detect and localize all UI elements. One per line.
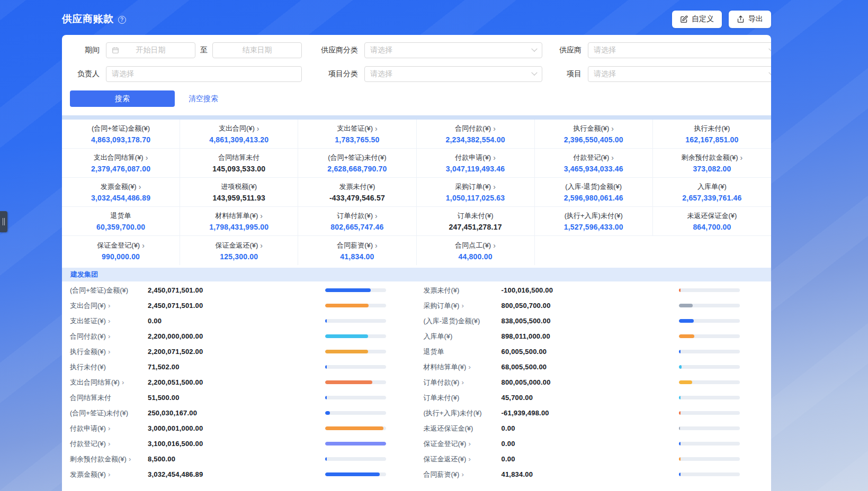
company-metric-row: 退货单60,005,500.00	[417, 344, 772, 359]
company-metric-row: 发票未付(¥)-100,016,500.00	[417, 283, 772, 298]
stat-cell[interactable]: 付款申请(¥)›3,047,119,493.46	[417, 149, 535, 178]
stat-value: 1,783,765.50	[335, 135, 379, 144]
start-date-input[interactable]: 开始日期	[106, 42, 195, 58]
stat-cell[interactable]: 保证金登记(¥)›990,000.00	[62, 236, 180, 265]
company-metric-label: 发票未付(¥)	[424, 286, 502, 295]
export-button[interactable]: 导出	[729, 11, 771, 28]
company-metric-label[interactable]: 采购订单(¥)›	[424, 301, 502, 311]
stat-cell[interactable]: 合同薪资(¥)›41,834.00	[298, 236, 416, 265]
company-metric-row: (合同+签证)金额(¥)2,450,071,501.00	[62, 283, 417, 298]
stat-label: 未返还保证金(¥)	[687, 211, 737, 221]
stat-value: 2,234,382,554.00	[445, 135, 505, 144]
stat-label: 订单未付(¥)	[458, 211, 494, 221]
stat-cell[interactable]: 执行未付(¥)162,167,851.00	[653, 120, 771, 149]
stat-value: 3,047,119,493.46	[446, 165, 505, 173]
company-metric-row: 合同付款(¥)›2,200,000,000.00	[62, 329, 417, 344]
company-metric-label: 入库单(¥)	[424, 332, 502, 341]
company-metric-label[interactable]: 材料结算单(¥)›	[424, 362, 502, 372]
stat-cell[interactable]: (合同+签证)金额(¥)4,863,093,178.70	[62, 120, 180, 149]
stat-cell[interactable]: 剩余预付款金额(¥)›373,082.00	[653, 149, 771, 178]
company-metric-label[interactable]: 保证金登记(¥)›	[424, 439, 502, 449]
supplier-select[interactable]: 请选择	[588, 42, 771, 58]
metric-progress-bar	[679, 380, 740, 384]
stat-cell[interactable]: 订单付款(¥)›802,665,747.46	[298, 207, 416, 236]
stat-cell[interactable]: 未返还保证金(¥)864,700.00	[653, 207, 771, 236]
stat-cell[interactable]: 支出合同结算(¥)›2,379,476,087.00	[62, 149, 180, 178]
stat-cell[interactable]: 付款登记(¥)›3,465,934,033.46	[535, 149, 653, 178]
stat-cell[interactable]: (合同+签证)未付(¥)2,628,668,790.70	[298, 149, 416, 178]
stat-cell[interactable]: (执行+入库)未付(¥)1,527,596,433.00	[535, 207, 653, 236]
help-icon[interactable]: ?	[118, 16, 126, 24]
project-label: 项目	[556, 69, 581, 79]
company-metric-row: 剩余预付款金额(¥)›8,500.00	[62, 451, 417, 467]
stat-cell[interactable]: 材料结算单(¥)›1,798,431,995.00	[180, 207, 298, 236]
metric-progress-bar	[679, 442, 740, 445]
filter-section: 期间 开始日期 至 结束日期	[62, 35, 771, 115]
stat-cell[interactable]: (入库-退货)金额(¥)2,596,980,061.46	[535, 178, 653, 207]
stat-cell[interactable]: 执行金额(¥)›2,396,550,405.00	[535, 120, 653, 149]
metric-progress-bar	[325, 365, 386, 369]
company-metric-label[interactable]: 发票金额(¥)›	[70, 470, 148, 479]
page-title: 供应商账款	[62, 12, 114, 26]
stat-cell[interactable]: 保证金返还(¥)›125,300.00	[180, 236, 298, 265]
chevron-down-icon	[768, 46, 771, 52]
company-metric-label[interactable]: 执行金额(¥)›	[70, 347, 148, 357]
stat-label: 合同点工(¥)›	[455, 241, 496, 250]
company-metric-label[interactable]: 合同付款(¥)›	[70, 332, 148, 341]
company-metric-label[interactable]: 支出签证(¥)›	[70, 316, 148, 326]
company-metric-value: 0.00	[148, 317, 325, 325]
company-metric-label[interactable]: 支出合同(¥)›	[70, 301, 148, 311]
stat-cell[interactable]: 入库单(¥)2,657,339,761.46	[653, 178, 771, 207]
end-date-input[interactable]: 结束日期	[212, 42, 302, 58]
stat-label: 执行金额(¥)›	[573, 124, 614, 133]
chevron-right-icon: ›	[375, 125, 378, 132]
company-metric-row: 采购订单(¥)›800,050,700.00	[417, 298, 772, 313]
project-select[interactable]: 请选择	[588, 66, 771, 82]
chevron-right-icon: ›	[493, 183, 496, 190]
project-category-select[interactable]: 请选择	[364, 66, 542, 82]
stat-cell[interactable]: 合同点工(¥)›44,800.00	[417, 236, 535, 265]
main-panel: 期间 开始日期 至 结束日期	[62, 35, 771, 491]
chevron-right-icon: ›	[611, 125, 614, 132]
company-metric-label[interactable]: 剩余预付款金额(¥)›	[70, 454, 148, 464]
company-metric-label[interactable]: 合同薪资(¥)›	[424, 470, 502, 479]
stat-cell[interactable]: 支出合同(¥)›4,861,309,413.20	[180, 120, 298, 149]
stat-cell[interactable]: 合同付款(¥)›2,234,382,554.00	[417, 120, 535, 149]
company-metric-label: 订单未付(¥)	[424, 393, 502, 403]
supplier-category-select[interactable]: 请选择	[364, 42, 542, 58]
company-metric-label[interactable]: 保证金返还(¥)›	[424, 454, 502, 464]
stat-label: 采购订单(¥)›	[455, 182, 496, 192]
company-metric-label[interactable]: 订单付款(¥)›	[424, 378, 502, 387]
side-panel-handle[interactable]	[0, 211, 7, 232]
clear-search-link[interactable]: 清空搜索	[189, 94, 218, 104]
stat-value: 990,000.00	[102, 252, 140, 261]
company-metric-value: 800,005,000.00	[502, 378, 679, 386]
company-metric-value: 2,200,071,502.00	[148, 348, 325, 356]
stat-value: 1,050,117,025.63	[446, 194, 505, 202]
company-metric-label[interactable]: 付款登记(¥)›	[70, 439, 148, 449]
supplier-category-placeholder: 请选择	[370, 46, 392, 55]
company-metric-label[interactable]: 付款申请(¥)›	[70, 424, 148, 433]
date-to-label: 至	[200, 46, 208, 55]
metric-progress-bar	[679, 457, 740, 461]
stat-cell: 合同结算未付145,093,533.00	[180, 149, 298, 178]
company-metric-value: 800,050,700.00	[502, 302, 679, 310]
customize-button[interactable]: 自定义	[672, 11, 722, 28]
stat-cell[interactable]: 发票金额(¥)›3,032,454,486.89	[62, 178, 180, 207]
owner-select[interactable]: 请选择	[106, 66, 302, 82]
company-metric-value: 0.00	[502, 455, 679, 463]
search-button[interactable]: 搜索	[70, 90, 175, 107]
company-metric-value: 71,502.00	[148, 363, 325, 371]
stat-cell[interactable]: 采购订单(¥)›1,050,117,025.63	[417, 178, 535, 207]
chevron-right-icon: ›	[108, 302, 110, 309]
company-metric-label[interactable]: 支出合同结算(¥)›	[70, 378, 148, 387]
stat-label: 保证金返还(¥)›	[215, 241, 263, 250]
metric-progress-bar	[679, 304, 740, 307]
chevron-right-icon: ›	[108, 317, 110, 324]
company-metric-row: 合同结算未付51,500.00	[62, 390, 417, 405]
stat-label: 发票未付(¥)	[339, 182, 375, 192]
stat-cell[interactable]: 支出签证(¥)›1,783,765.50	[298, 120, 416, 149]
period-label: 期间	[70, 46, 100, 55]
metric-progress-bar	[325, 411, 386, 415]
stat-cell[interactable]: 退货单60,359,700.00	[62, 207, 180, 236]
